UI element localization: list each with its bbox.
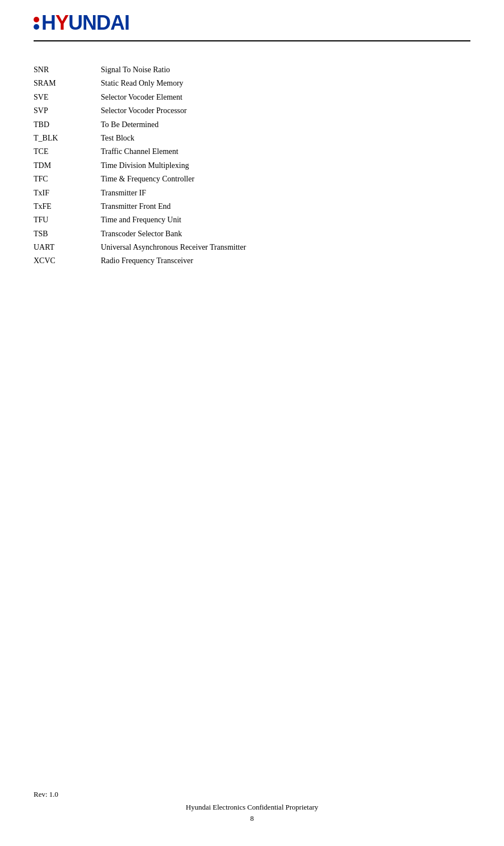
logo-dot-red [34,17,39,22]
footer-confidential: Hyundai Electronics Confidential Proprie… [34,802,470,824]
abbrev-term: SVE [34,91,101,104]
logo-i: I [124,11,129,34]
abbrev-row: SVP Selector Vocoder Processor [34,105,470,117]
abbrev-row: TBDTo Be Determined [34,119,470,131]
abbrev-definition: Selector Vocoder Processor [101,105,470,117]
logo-d: D [96,11,110,34]
abbrev-term: TFC [34,173,101,185]
abbrev-row: TSB Transcoder Selector Bank [34,228,470,240]
logo-u: U [68,11,82,34]
abbrev-term: TFU [34,214,101,226]
abbrev-row: TxFETransmitter Front End [34,200,470,213]
logo-a: A [110,11,124,34]
footer-rev: Rev: 1.0 [34,790,470,799]
abbrev-definition: Time and Frequency Unit [101,214,470,226]
abbrev-term: TxIF [34,187,101,199]
abbrev-row: XCVC Radio Frequency Transceiver [34,255,470,267]
abbrev-term: SVP [34,105,101,117]
abbrev-definition: To Be Determined [101,119,470,131]
logo-container: HYUNDAI [34,11,129,35]
abbreviations-table: SNRSignal To Noise RatioSRAMStatic Read … [34,64,470,268]
header: HYUNDAI [34,11,470,41]
footer: Rev: 1.0 Hyundai Electronics Confidentia… [0,790,504,824]
abbrev-term: TSB [34,228,101,240]
abbrev-definition: Time & Frequency Controller [101,173,470,185]
abbrev-definition: Transcoder Selector Bank [101,228,470,240]
abbrev-definition: Traffic Channel Element [101,146,470,158]
abbrev-definition: Transmitter Front End [101,200,470,213]
abbrev-term: SRAM [34,77,101,90]
abbrev-row: TCETraffic Channel Element [34,146,470,158]
abbrev-definition: Static Read Only Memory [101,77,470,90]
abbrev-row: SRAMStatic Read Only Memory [34,77,470,90]
abbrev-row: TFUTime and Frequency Unit [34,214,470,226]
abbrev-term: TxFE [34,200,101,213]
abbrev-row: TFCTime & Frequency Controller [34,173,470,185]
abbrev-term: T_BLK [34,132,101,144]
abbrev-term: TDM [34,160,101,172]
abbrev-row: TxIFTransmitter IF [34,187,470,199]
abbrev-row: TDMTime Division Multiplexing [34,160,470,172]
page-container: HYUNDAI SNRSignal To Noise RatioSRAMStat… [0,0,504,846]
abbrev-definition: Transmitter IF [101,187,470,199]
abbrev-term: SNR [34,64,101,76]
abbrev-row: SNRSignal To Noise Ratio [34,64,470,76]
abbrev-term: TBD [34,119,101,131]
logo-dots [34,17,39,30]
logo-n: N [82,11,96,34]
abbrev-definition: Selector Vocoder Element [101,91,470,104]
logo-dot-blue [34,24,39,30]
abbrev-term: TCE [34,146,101,158]
logo-y: Y [55,11,68,34]
abbrev-row: SVE Selector Vocoder Element [34,91,470,104]
abbrev-definition: Signal To Noise Ratio [101,64,470,76]
abbrev-term: UART [34,241,101,254]
logo-h: H [41,11,55,34]
abbrev-row: UART Universal Asynchronous Receiver Tra… [34,241,470,254]
abbrev-row: T_BLK Test Block [34,132,470,144]
abbrev-definition: Test Block [101,132,470,144]
abbrev-term: XCVC [34,255,101,267]
abbrev-definition: Radio Frequency Transceiver [101,255,470,267]
abbrev-definition: Time Division Multiplexing [101,160,470,172]
logo-text: HYUNDAI [41,11,129,35]
abbrev-definition: Universal Asynchronous Receiver Transmit… [101,241,470,254]
